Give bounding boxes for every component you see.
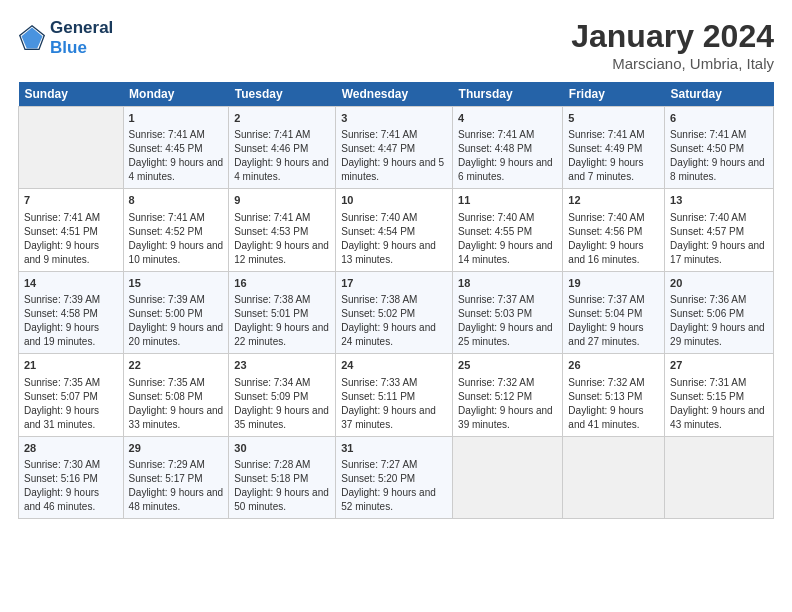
calendar-cell: 27 Sunrise: 7:31 AM Sunset: 5:15 PM Dayl… — [665, 354, 774, 436]
logo-icon — [18, 24, 46, 52]
daylight: Daylight: 9 hours and 19 minutes. — [24, 322, 99, 347]
daylight: Daylight: 9 hours and 25 minutes. — [458, 322, 553, 347]
sunset: Sunset: 4:46 PM — [234, 143, 308, 154]
date-number: 9 — [234, 193, 330, 208]
date-number: 14 — [24, 276, 118, 291]
calendar-cell: 14 Sunrise: 7:39 AM Sunset: 4:58 PM Dayl… — [19, 271, 124, 353]
sunrise: Sunrise: 7:41 AM — [341, 129, 417, 140]
calendar-cell — [563, 436, 665, 518]
daylight: Daylight: 9 hours and 7 minutes. — [568, 157, 643, 182]
sunrise: Sunrise: 7:41 AM — [234, 129, 310, 140]
sunrise: Sunrise: 7:27 AM — [341, 459, 417, 470]
daylight: Daylight: 9 hours and 35 minutes. — [234, 405, 329, 430]
calendar-cell: 9 Sunrise: 7:41 AM Sunset: 4:53 PM Dayli… — [229, 189, 336, 271]
date-number: 15 — [129, 276, 224, 291]
calendar-cell: 23 Sunrise: 7:34 AM Sunset: 5:09 PM Dayl… — [229, 354, 336, 436]
calendar-table: SundayMondayTuesdayWednesdayThursdayFrid… — [18, 82, 774, 519]
day-header-thursday: Thursday — [453, 82, 563, 107]
sunset: Sunset: 4:48 PM — [458, 143, 532, 154]
calendar-cell: 11 Sunrise: 7:40 AM Sunset: 4:55 PM Dayl… — [453, 189, 563, 271]
daylight: Daylight: 9 hours and 46 minutes. — [24, 487, 99, 512]
daylight: Daylight: 9 hours and 8 minutes. — [670, 157, 765, 182]
date-number: 21 — [24, 358, 118, 373]
calendar-cell: 18 Sunrise: 7:37 AM Sunset: 5:03 PM Dayl… — [453, 271, 563, 353]
daylight: Daylight: 9 hours and 4 minutes. — [129, 157, 224, 182]
sunrise: Sunrise: 7:41 AM — [234, 212, 310, 223]
sunrise: Sunrise: 7:41 AM — [24, 212, 100, 223]
day-header-wednesday: Wednesday — [336, 82, 453, 107]
week-row-3: 14 Sunrise: 7:39 AM Sunset: 4:58 PM Dayl… — [19, 271, 774, 353]
sunrise: Sunrise: 7:36 AM — [670, 294, 746, 305]
calendar-cell: 20 Sunrise: 7:36 AM Sunset: 5:06 PM Dayl… — [665, 271, 774, 353]
sunset: Sunset: 5:18 PM — [234, 473, 308, 484]
sunrise: Sunrise: 7:33 AM — [341, 377, 417, 388]
date-number: 12 — [568, 193, 659, 208]
calendar-cell: 5 Sunrise: 7:41 AM Sunset: 4:49 PM Dayli… — [563, 107, 665, 189]
sunrise: Sunrise: 7:31 AM — [670, 377, 746, 388]
date-number: 23 — [234, 358, 330, 373]
main-title: January 2024 — [571, 18, 774, 55]
date-number: 30 — [234, 441, 330, 456]
sunset: Sunset: 5:06 PM — [670, 308, 744, 319]
sunset: Sunset: 5:20 PM — [341, 473, 415, 484]
sunset: Sunset: 4:47 PM — [341, 143, 415, 154]
calendar-cell: 10 Sunrise: 7:40 AM Sunset: 4:54 PM Dayl… — [336, 189, 453, 271]
sunset: Sunset: 5:04 PM — [568, 308, 642, 319]
daylight: Daylight: 9 hours and 24 minutes. — [341, 322, 436, 347]
daylight: Daylight: 9 hours and 16 minutes. — [568, 240, 643, 265]
sunrise: Sunrise: 7:37 AM — [458, 294, 534, 305]
week-row-4: 21 Sunrise: 7:35 AM Sunset: 5:07 PM Dayl… — [19, 354, 774, 436]
date-number: 22 — [129, 358, 224, 373]
date-number: 16 — [234, 276, 330, 291]
date-number: 31 — [341, 441, 447, 456]
sunset: Sunset: 5:07 PM — [24, 391, 98, 402]
page: General Blue January 2024 Marsciano, Umb… — [0, 0, 792, 612]
sunset: Sunset: 4:50 PM — [670, 143, 744, 154]
date-number: 18 — [458, 276, 557, 291]
sunset: Sunset: 4:55 PM — [458, 226, 532, 237]
calendar-cell: 30 Sunrise: 7:28 AM Sunset: 5:18 PM Dayl… — [229, 436, 336, 518]
date-number: 11 — [458, 193, 557, 208]
sunrise: Sunrise: 7:29 AM — [129, 459, 205, 470]
sunrise: Sunrise: 7:32 AM — [458, 377, 534, 388]
daylight: Daylight: 9 hours and 9 minutes. — [24, 240, 99, 265]
title-block: January 2024 Marsciano, Umbria, Italy — [571, 18, 774, 72]
daylight: Daylight: 9 hours and 48 minutes. — [129, 487, 224, 512]
date-number: 25 — [458, 358, 557, 373]
svg-marker-1 — [22, 27, 43, 48]
date-number: 10 — [341, 193, 447, 208]
sunset: Sunset: 4:53 PM — [234, 226, 308, 237]
date-number: 13 — [670, 193, 768, 208]
calendar-cell: 8 Sunrise: 7:41 AM Sunset: 4:52 PM Dayli… — [123, 189, 229, 271]
sunset: Sunset: 4:51 PM — [24, 226, 98, 237]
daylight: Daylight: 9 hours and 27 minutes. — [568, 322, 643, 347]
calendar-cell: 2 Sunrise: 7:41 AM Sunset: 4:46 PM Dayli… — [229, 107, 336, 189]
calendar-cell: 12 Sunrise: 7:40 AM Sunset: 4:56 PM Dayl… — [563, 189, 665, 271]
sunset: Sunset: 4:58 PM — [24, 308, 98, 319]
sunset: Sunset: 5:15 PM — [670, 391, 744, 402]
week-row-5: 28 Sunrise: 7:30 AM Sunset: 5:16 PM Dayl… — [19, 436, 774, 518]
sunset: Sunset: 5:02 PM — [341, 308, 415, 319]
daylight: Daylight: 9 hours and 14 minutes. — [458, 240, 553, 265]
calendar-cell: 4 Sunrise: 7:41 AM Sunset: 4:48 PM Dayli… — [453, 107, 563, 189]
calendar-cell: 31 Sunrise: 7:27 AM Sunset: 5:20 PM Dayl… — [336, 436, 453, 518]
sunrise: Sunrise: 7:28 AM — [234, 459, 310, 470]
calendar-cell: 15 Sunrise: 7:39 AM Sunset: 5:00 PM Dayl… — [123, 271, 229, 353]
day-header-sunday: Sunday — [19, 82, 124, 107]
daylight: Daylight: 9 hours and 10 minutes. — [129, 240, 224, 265]
day-header-monday: Monday — [123, 82, 229, 107]
date-number: 24 — [341, 358, 447, 373]
sunrise: Sunrise: 7:41 AM — [458, 129, 534, 140]
calendar-cell: 6 Sunrise: 7:41 AM Sunset: 4:50 PM Dayli… — [665, 107, 774, 189]
subtitle: Marsciano, Umbria, Italy — [571, 55, 774, 72]
sunset: Sunset: 5:00 PM — [129, 308, 203, 319]
calendar-cell — [19, 107, 124, 189]
header: General Blue January 2024 Marsciano, Umb… — [18, 18, 774, 72]
daylight: Daylight: 9 hours and 5 minutes. — [341, 157, 444, 182]
sunset: Sunset: 5:17 PM — [129, 473, 203, 484]
day-header-friday: Friday — [563, 82, 665, 107]
calendar-cell: 17 Sunrise: 7:38 AM Sunset: 5:02 PM Dayl… — [336, 271, 453, 353]
sunrise: Sunrise: 7:41 AM — [129, 212, 205, 223]
sunrise: Sunrise: 7:39 AM — [129, 294, 205, 305]
sunset: Sunset: 4:56 PM — [568, 226, 642, 237]
